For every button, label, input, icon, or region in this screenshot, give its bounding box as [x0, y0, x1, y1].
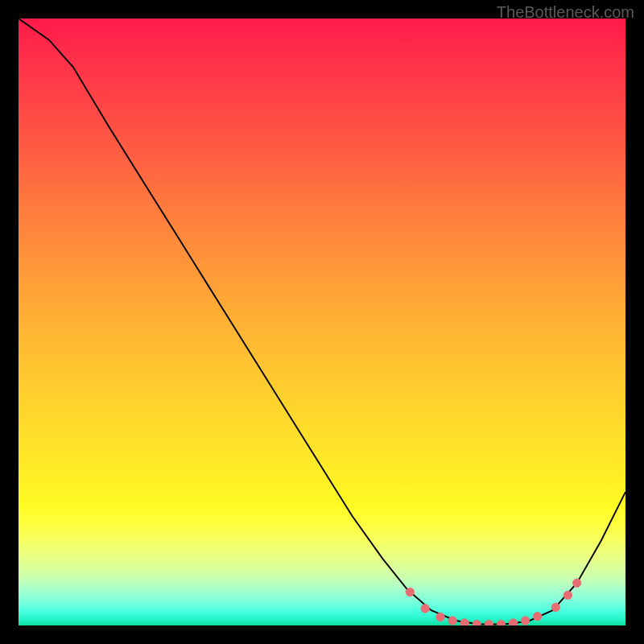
data-point [572, 579, 581, 588]
data-point [509, 619, 518, 625]
data-point [460, 619, 469, 625]
data-point [448, 617, 457, 625]
data-point [406, 588, 415, 597]
data-point [564, 591, 572, 600]
data-point [473, 620, 481, 625]
data-point [533, 612, 542, 621]
data-points [19, 19, 625, 625]
data-point [497, 620, 506, 625]
watermark-text: TheBottleneck.com [497, 3, 634, 22]
data-point [485, 620, 493, 625]
data-point [551, 603, 560, 612]
plot-area [19, 19, 625, 625]
data-point [421, 605, 430, 613]
data-point [436, 613, 445, 621]
data-point [521, 617, 530, 625]
